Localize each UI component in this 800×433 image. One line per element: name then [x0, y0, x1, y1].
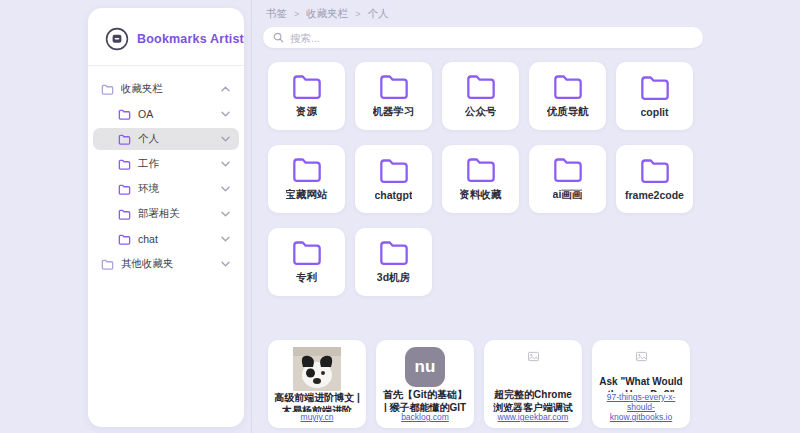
chevron-down-icon[interactable]: [221, 211, 230, 217]
chevron-down-icon[interactable]: [221, 236, 230, 242]
folder-card-label: ai画画: [553, 188, 583, 202]
bookmark-title: 超完整的Chrome浏览器客户端调试大全 | ...: [490, 388, 576, 412]
folder-card-label: 宝藏网站: [286, 188, 328, 202]
breadcrumb-item-bookmarks-bar[interactable]: 收藏夹栏: [306, 7, 348, 21]
folder-card-label: 优质导航: [547, 105, 589, 119]
bookmark-thumbnail-area: [274, 347, 360, 391]
folder-card-materials[interactable]: 资料收藏: [442, 145, 519, 213]
breadcrumb-item-personal[interactable]: 个人: [368, 7, 389, 21]
breadcrumb-separator: >: [294, 9, 299, 19]
folder-icon: [118, 234, 131, 245]
folder-card-3d-room[interactable]: 3d机房: [355, 228, 432, 296]
folder-icon: [118, 184, 131, 195]
folder-card-quality-nav[interactable]: 优质导航: [529, 62, 606, 130]
nu-logo-text: nu: [415, 357, 436, 377]
chevron-down-icon[interactable]: [221, 86, 230, 92]
bookmark-card-muyiy[interactable]: 高级前端进阶博文 | 木易杨前端进阶 muyiy.cn: [268, 340, 366, 428]
bookmark-title: 高级前端进阶博文 | 木易杨前端进阶: [274, 391, 360, 412]
sidebar-item-chat[interactable]: chat: [93, 228, 239, 250]
nu-logo-thumbnail: nu: [405, 347, 445, 387]
sidebar-item-oa[interactable]: OA: [93, 103, 239, 125]
bookmark-card-chrome-debug[interactable]: 超完整的Chrome浏览器客户端调试大全 | ... www.igeekbar.…: [484, 340, 582, 428]
folder-icon: [291, 73, 323, 100]
app-window: Bookmarks Artist 收藏夹栏 OA: [0, 0, 800, 433]
bookmark-card-97-things[interactable]: Ask "What Would the User Do?" (You Are..…: [592, 340, 690, 428]
chevron-down-icon[interactable]: [221, 261, 230, 267]
folder-card-chatgpt[interactable]: chatgpt: [355, 145, 432, 213]
search-icon: [273, 32, 284, 43]
search-bar[interactable]: [263, 27, 703, 48]
bookmark-card-git-backlog[interactable]: nu 首先【Git的基础】 | 猴子都能懂的GIT入门 |.. backlog.…: [376, 340, 474, 428]
folder-card-label: 资源: [296, 105, 317, 119]
folder-icon: [291, 156, 323, 183]
bookmark-link[interactable]: muyiy.cn: [301, 412, 334, 422]
folder-icon: [552, 73, 584, 100]
bookmark-thumbnail-area: [598, 347, 684, 375]
sidebar-item-label: OA: [138, 108, 214, 120]
bookmark-card-row: 高级前端进阶博文 | 木易杨前端进阶 muyiy.cn: [268, 340, 690, 428]
search-input[interactable]: [290, 32, 693, 44]
folder-card-label: frame2code: [625, 189, 684, 201]
folder-card-frame2code[interactable]: frame2code: [616, 145, 693, 213]
sidebar-item-other-bookmarks[interactable]: 其他收藏夹: [93, 253, 239, 275]
breadcrumb-item-bookmarks[interactable]: 书签: [266, 7, 287, 21]
folder-card-label: chatgpt: [375, 189, 413, 201]
folder-icon: [639, 157, 671, 184]
sidebar-item-label: 环境: [138, 182, 214, 196]
folder-card-machine-learning[interactable]: 机器学习: [355, 62, 432, 130]
folder-card-ai-painting[interactable]: ai画画: [529, 145, 606, 213]
folder-card-label: 专利: [296, 271, 317, 285]
dog-photo-thumbnail: [293, 347, 341, 391]
folder-card-label: 公众号: [465, 105, 497, 119]
folder-card-label: 资料收藏: [460, 188, 502, 202]
bookmark-thumbnail-area: [490, 347, 576, 388]
bookmark-link[interactable]: www.igeekbar.com: [498, 412, 569, 422]
broken-image-icon: [636, 351, 647, 362]
bookmark-logo-icon: [105, 27, 129, 51]
sidebar-item-deployment[interactable]: 部署相关: [93, 203, 239, 225]
sidebar-item-personal[interactable]: 个人: [93, 128, 239, 150]
folder-card-treasure-sites[interactable]: 宝藏网站: [268, 145, 345, 213]
bookmark-thumbnail-area: nu: [382, 347, 468, 388]
folder-icon: [465, 156, 497, 183]
sidebar-item-label: 部署相关: [138, 207, 214, 221]
folder-icon: [101, 259, 114, 270]
sidebar: Bookmarks Artist 收藏夹栏 OA: [88, 8, 244, 427]
folder-icon: [291, 239, 323, 266]
content-divider-line: [251, 0, 252, 433]
broken-image-icon: [528, 351, 539, 362]
sidebar-divider: [88, 65, 244, 66]
chevron-down-icon[interactable]: [221, 111, 230, 117]
sidebar-item-label: 收藏夹栏: [121, 82, 214, 96]
chevron-down-icon[interactable]: [221, 161, 230, 167]
breadcrumb-separator: >: [355, 9, 360, 19]
chevron-down-icon[interactable]: [221, 186, 230, 192]
folder-icon: [118, 134, 131, 145]
app-logo: Bookmarks Artist: [88, 8, 244, 51]
folder-icon: [552, 156, 584, 183]
sidebar-item-work[interactable]: 工作: [93, 153, 239, 175]
bookmark-title: Ask "What Would the User Do?" (You Are..…: [598, 375, 684, 392]
folder-card-patent[interactable]: 专利: [268, 228, 345, 296]
folder-icon: [378, 73, 410, 100]
folder-card-resources[interactable]: 资源: [268, 62, 345, 130]
folder-icon: [101, 84, 114, 95]
folder-card-label: 机器学习: [373, 105, 415, 119]
folder-icon: [378, 157, 410, 184]
chevron-down-icon[interactable]: [221, 136, 230, 142]
bookmark-link[interactable]: 97-things-every-x-should-know.gitbooks.i…: [598, 392, 684, 422]
folder-card-official-accounts[interactable]: 公众号: [442, 62, 519, 130]
folder-icon: [118, 209, 131, 220]
sidebar-item-bookmarks-bar[interactable]: 收藏夹栏: [93, 78, 239, 100]
folder-icon: [118, 109, 131, 120]
sidebar-item-label: 个人: [138, 132, 214, 146]
sidebar-item-environment[interactable]: 环境: [93, 178, 239, 200]
folder-card-label: 3d机房: [377, 271, 410, 285]
folder-icon: [118, 159, 131, 170]
sidebar-item-label: chat: [138, 233, 214, 245]
folder-icon: [378, 239, 410, 266]
folder-grid: 资源 机器学习 公众号 优质导航 coplit: [268, 62, 704, 296]
bookmark-link[interactable]: backlog.com: [401, 412, 449, 422]
folder-card-coplit[interactable]: coplit: [616, 62, 693, 130]
folder-icon: [639, 74, 671, 101]
